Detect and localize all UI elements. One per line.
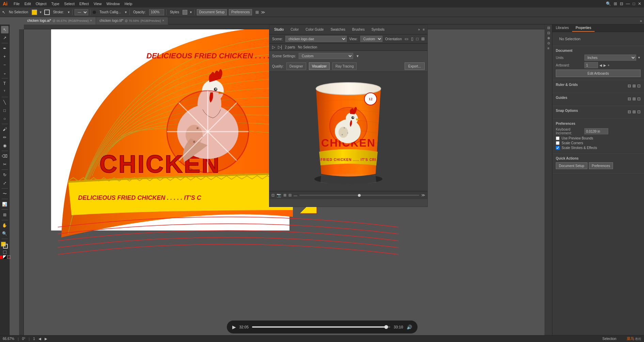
menu-object[interactable]: Object (36, 2, 47, 6)
view-select[interactable]: Custom (360, 36, 382, 42)
studio-minus-icon[interactable]: — (294, 193, 297, 197)
document-setup-button[interactable]: Document Setup (197, 9, 227, 15)
pencil-tool[interactable]: ✏ (1, 134, 9, 141)
preferences-button[interactable]: Preferences (229, 9, 252, 15)
keyboard-increment-input[interactable] (584, 128, 608, 134)
quality-visualizer-btn[interactable]: Visualizer (309, 62, 330, 70)
rectangle-tool[interactable]: □ (1, 107, 9, 114)
stroke-dropdown-icon[interactable]: ▼ (67, 11, 70, 14)
brush-dropdown-icon[interactable]: ▼ (124, 11, 127, 14)
orientation-more-icon[interactable]: ⊞ (421, 36, 425, 41)
panel-tab-properties[interactable]: Properties (572, 25, 595, 32)
selection-tool[interactable]: ↖ (1, 26, 9, 33)
video-play-button[interactable]: ▶ (232, 324, 236, 330)
search-icon[interactable]: 🔍 (606, 1, 611, 6)
menu-view[interactable]: View (94, 2, 102, 6)
studio-render-icon[interactable]: ⊞ (283, 193, 286, 197)
artboard-prev-icon[interactable]: ◀ (599, 63, 602, 67)
fill-dropdown-icon[interactable]: ▼ (39, 11, 42, 14)
color-mode-color[interactable] (0, 255, 2, 259)
opacity-input[interactable] (149, 9, 164, 15)
menu-select[interactable]: Select (64, 2, 75, 6)
add-anchor-tool[interactable]: + (1, 53, 9, 60)
tab-chicken-logo-ai[interactable]: chicken logo.ai* @ 66.67% (RGB/Preview) … (24, 17, 96, 25)
menu-effect[interactable]: Effect (79, 2, 89, 6)
snap-icon-2[interactable]: ⊞ (632, 109, 636, 114)
video-progress-thumb[interactable] (384, 325, 388, 329)
video-progress-bar[interactable] (252, 326, 390, 328)
paintbrush-tool[interactable]: 🖌 (1, 125, 9, 133)
artboard-add-icon[interactable]: + (608, 63, 610, 67)
hand-tool[interactable]: ✋ (1, 222, 9, 229)
mini-icon-3[interactable]: ⊕ (547, 36, 550, 40)
quick-document-setup-button[interactable]: Document Setup (556, 162, 587, 169)
quality-designer-btn[interactable]: Designer (286, 62, 306, 70)
status-next-artboard[interactable]: ▶ (45, 337, 47, 341)
studio-plus-icon[interactable]: ≫ (421, 193, 425, 197)
orientation-square-icon[interactable]: □ (416, 36, 419, 41)
tab-close-1[interactable]: ✕ (90, 19, 92, 22)
studio-3d-viewport[interactable]: CHICKEN FRIED CHICKEN ..... IT'S CRI (269, 72, 427, 191)
studio-grid-icon[interactable]: ⊟ (288, 193, 292, 197)
guides-icon-2[interactable]: ⊞ (632, 96, 636, 101)
blob-brush-tool[interactable]: ◉ (1, 142, 9, 149)
styles-swatch[interactable] (183, 10, 187, 15)
status-prev-artboard[interactable]: ◀ (38, 337, 41, 341)
scene-select[interactable]: chicken logo.dae (285, 36, 346, 42)
warp-tool[interactable]: 〜 (1, 190, 9, 197)
zoom-tool[interactable]: 🔍 (1, 230, 9, 237)
play-button[interactable]: ▷ (272, 45, 275, 49)
status-zoom[interactable]: 66.67% (3, 337, 14, 341)
snap-icon-1[interactable]: ⊟ (628, 109, 631, 114)
touch-type-tool[interactable]: ᵀ (1, 88, 9, 95)
menu-help[interactable]: Help (125, 2, 132, 6)
tab-chicken-logo-tif[interactable]: chicken logo.tif* @ 70.59% (RGB/Preview)… (96, 17, 168, 25)
close-icon[interactable]: ✕ (638, 1, 641, 6)
swap-icon[interactable] (3, 251, 6, 254)
selection-tool-icon[interactable]: ↖ (2, 10, 5, 15)
export-button[interactable]: Export... (405, 62, 425, 70)
variable-width-select[interactable]: — (75, 9, 88, 15)
artboard-next-icon[interactable]: ▶ (603, 63, 606, 67)
scale-strokes-checkbox[interactable] (556, 146, 560, 150)
eraser-tool[interactable]: ⌫ (1, 152, 9, 160)
ruler-icon-2[interactable]: ⊞ (632, 84, 636, 88)
anchor-convert-tool[interactable]: ⌄ (1, 69, 9, 77)
quality-raytracing-btn[interactable]: Ray Tracing (332, 62, 357, 70)
orientation-landscape-icon[interactable]: ▯ (411, 36, 413, 41)
mini-icon-5[interactable]: ≡ (548, 46, 550, 50)
fill-color-swatch[interactable] (32, 10, 37, 15)
type-tool[interactable]: T (1, 80, 9, 87)
line-tool[interactable]: ╲ (1, 99, 9, 106)
quick-preferences-button[interactable]: Preferences (589, 162, 613, 169)
studio-tab-studio[interactable]: Studio (272, 28, 286, 31)
arrange-icon[interactable]: ⊞ (614, 1, 617, 6)
arrange-toolbar-icon[interactable]: ⊞ (255, 10, 259, 15)
panel-tab-libraries[interactable]: Libraries (552, 25, 572, 32)
color-mode-gradient[interactable] (3, 255, 6, 259)
scissors-tool[interactable]: ✂ (1, 161, 9, 168)
studio-tab-color[interactable]: Color (288, 28, 301, 31)
studio-tab-brushes[interactable]: Brushes (350, 28, 367, 31)
units-select[interactable]: Inches (584, 55, 636, 61)
ruler-icon-3[interactable]: ⊡ (637, 84, 641, 88)
tab-close-2[interactable]: ✕ (162, 19, 164, 22)
direct-selection-tool[interactable]: ↗ (1, 34, 9, 42)
studio-panel-expand-icon[interactable]: » (418, 28, 420, 31)
studio-fit-icon[interactable]: ⊡ (271, 193, 274, 197)
ruler-icon-1[interactable]: ⊟ (628, 84, 631, 88)
guides-icon-3[interactable]: ⊡ (637, 96, 641, 101)
step-button[interactable]: ▷| (278, 45, 282, 49)
menu-edit[interactable]: Edit (25, 2, 31, 6)
maximize-icon[interactable]: □ (633, 1, 635, 6)
more-toolbar-icon[interactable]: ≫ (261, 10, 265, 15)
artboard-tool[interactable]: ⊞ (1, 211, 9, 219)
studio-camera-icon[interactable]: 📷 (277, 193, 281, 197)
studio-tab-color-guide[interactable]: Color Guide (303, 28, 326, 31)
studio-tab-symbols[interactable]: Symbols (370, 28, 387, 31)
stroke-swatch[interactable] (44, 10, 50, 15)
styles-dropdown-icon[interactable]: ▼ (189, 11, 192, 14)
scale-tool[interactable]: ⤢ (1, 179, 9, 187)
scene-settings-dropdown[interactable]: ▼ (356, 54, 359, 58)
tab-overflow-icon[interactable]: » (638, 19, 644, 23)
